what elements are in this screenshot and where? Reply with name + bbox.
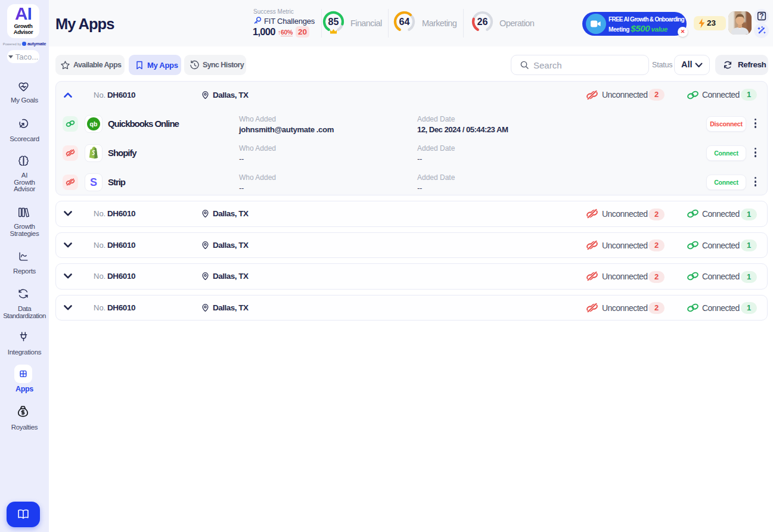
svg-text:qb: qb (90, 120, 98, 127)
